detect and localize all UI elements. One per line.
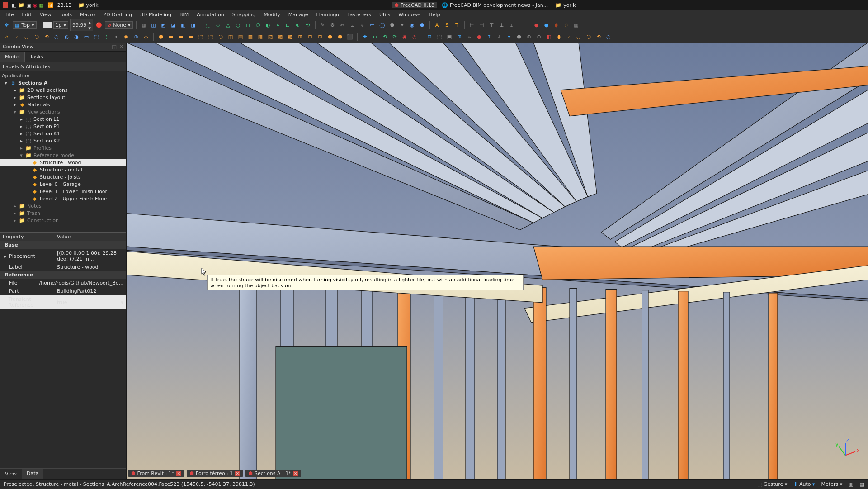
bim1-icon[interactable]: ⟋ [13, 33, 21, 41]
taskbar-window-freecad[interactable]: ⬢FreeCAD 0.18 [392, 2, 437, 8]
bim6-icon[interactable]: ◐ [62, 33, 71, 41]
mod17-icon[interactable]: ⬡ [585, 33, 593, 41]
mod2-icon[interactable]: ⬚ [435, 33, 443, 41]
bim12-icon[interactable]: ◉ [122, 33, 130, 41]
desktop-icon[interactable]: 📁 [18, 2, 24, 8]
menu-fasteners[interactable]: Fasteners [344, 11, 375, 19]
doc-tab-3[interactable]: ⬢Sections A : 1*✕ [245, 470, 301, 477]
tool2-icon[interactable]: ⚙ [329, 21, 337, 29]
tree-item[interactable]: ▸◆Materials [0, 101, 126, 108]
bim13-icon[interactable]: ⊕ [132, 33, 140, 41]
taskbar-user[interactable]: 📁yorik [75, 0, 101, 10]
menu-annotation[interactable]: Annotation [193, 11, 227, 19]
bim10-icon[interactable]: ⊹ [102, 33, 110, 41]
home-icon[interactable]: ⌂ [3, 33, 11, 41]
tree-item[interactable]: ◆Level 1 - Lower Finish Floor [0, 188, 126, 195]
mod6-icon[interactable]: ● [475, 33, 483, 41]
color2-icon[interactable]: ⬮ [552, 21, 561, 29]
expander-icon[interactable]: ▸ [19, 145, 24, 151]
expander-icon[interactable]: ▸ [13, 203, 17, 209]
sel11-icon[interactable]: ⟲ [304, 21, 312, 29]
sel1-icon[interactable]: ⬚ [204, 21, 212, 29]
text-a-icon[interactable]: S [443, 21, 451, 29]
text-t-icon[interactable]: ⊢ [468, 21, 476, 29]
3d-viewport[interactable]: x y z If True, the shape will be discard… [127, 43, 868, 479]
sel5-icon[interactable]: ◻ [244, 21, 252, 29]
bim8-icon[interactable]: ▭ [82, 33, 90, 41]
mod11-icon[interactable]: ⊕ [525, 33, 533, 41]
axo3-icon[interactable]: ◪ [170, 21, 178, 29]
tree-item[interactable]: ▸⬚Section K2 [0, 137, 126, 144]
wifi-icon[interactable]: 📶 [47, 2, 54, 8]
prop-value[interactable]: Structure - wood [54, 263, 126, 271]
expander-icon[interactable]: ▸ [13, 87, 17, 93]
sel6-icon[interactable]: ⬡ [254, 21, 262, 29]
units-dropdown[interactable]: Meters ▾ [821, 481, 843, 487]
bim3-icon[interactable]: ⬡ [33, 33, 41, 41]
tree-item[interactable]: ◆Level 2 - Upper Finish Floor [0, 195, 126, 202]
sel9-icon[interactable]: ⊞ [284, 21, 292, 29]
expander-icon[interactable]: ▸ [19, 123, 24, 129]
axo1-icon[interactable]: ◫ [150, 21, 158, 29]
browser-icon[interactable]: ◉ [33, 2, 38, 8]
prop-row[interactable]: Transient Referencetrue▾ [0, 295, 126, 309]
arch17-icon[interactable]: ⊡ [316, 33, 324, 41]
tree-item[interactable]: ▸📁Notes [0, 202, 126, 209]
menu-view[interactable]: View [36, 11, 55, 19]
tab-data[interactable]: Data [22, 469, 43, 479]
bim4-icon[interactable]: ⟲ [42, 33, 51, 41]
prop-value[interactable]: BuildingPart012 [54, 287, 126, 295]
tree-root[interactable]: Application [0, 72, 126, 79]
arch5-icon[interactable]: ⬚ [197, 33, 205, 41]
model-tree[interactable]: Application ▾🗎Sections A ▸📁2D wall secti… [0, 71, 126, 232]
arch23-icon[interactable]: ⟲ [381, 33, 389, 41]
tool8-icon[interactable]: ⬣ [388, 21, 396, 29]
dim4-icon[interactable]: ⟂ [508, 21, 516, 29]
tree-item[interactable]: ▸📁Profiles [0, 144, 126, 152]
arch9-icon[interactable]: ▤ [236, 33, 245, 41]
doc-tab-1[interactable]: ⬢From Revit : 1*✕ [128, 470, 184, 477]
mod16-icon[interactable]: ◡ [575, 33, 583, 41]
tab-model[interactable]: Model [0, 52, 25, 62]
tree-item[interactable]: ▸⬚Section P1 [0, 123, 126, 130]
arch22-icon[interactable]: ↔ [371, 33, 379, 41]
tree-item[interactable]: ▸📁Trash [0, 209, 126, 217]
app-menu-icon[interactable]: ◧ [12, 2, 16, 8]
prop-row[interactable]: ▸Placement[(0.00 0.00 1.00); 29.28 deg; … [0, 249, 126, 263]
mod13-icon[interactable]: ◧ [545, 33, 553, 41]
sel3-icon[interactable]: △ [224, 21, 232, 29]
mod12-icon[interactable]: ⊖ [535, 33, 543, 41]
circle1-icon[interactable]: ⬯ [562, 21, 571, 29]
bim14-icon[interactable]: ◇ [142, 33, 150, 41]
arch15-icon[interactable]: ⊞ [296, 33, 304, 41]
prop-value[interactable]: /home/regis/Github/Newport_Be... [37, 279, 127, 287]
expander-icon[interactable]: ▸ [19, 116, 24, 122]
arch24-icon[interactable]: ⟳ [391, 33, 399, 41]
expander-icon[interactable]: ▸ [13, 210, 17, 216]
bim2-icon[interactable]: ◡ [23, 33, 31, 41]
status-icon-2[interactable]: ▤ [860, 481, 864, 487]
mod10-icon[interactable]: ⬣ [515, 33, 523, 41]
menu-help[interactable]: Help [425, 11, 443, 19]
expander-icon[interactable]: ▾ [19, 152, 24, 158]
mod15-icon[interactable]: ⟋ [565, 33, 573, 41]
prop-row[interactable]: LabelStructure - wood [0, 263, 126, 271]
mod9-icon[interactable]: ✦ [505, 33, 513, 41]
dim3-icon[interactable]: ⊥ [498, 21, 506, 29]
dim2-icon[interactable]: ⊤ [488, 21, 496, 29]
dropdown-icon[interactable]: ▾ [121, 299, 123, 305]
tree-item[interactable]: ◆Structure - wood [0, 159, 126, 166]
tree-item[interactable]: ▸📁2D wall sections [0, 86, 126, 94]
tree-item[interactable]: ◆Structure - metal [0, 166, 126, 173]
grid-icon[interactable]: ▦ [140, 21, 148, 29]
mod8-icon[interactable]: ↓ [495, 33, 503, 41]
close-icon[interactable]: ✕ [176, 471, 181, 476]
tool6-icon[interactable]: ▭ [368, 21, 377, 29]
tree-item[interactable]: ▸⬚Section L1 [0, 115, 126, 123]
terminal-icon[interactable]: ▣ [26, 2, 31, 8]
tree-item[interactable]: ◆Structure - joists [0, 173, 126, 180]
tree-item[interactable]: ▾📁Reference model [0, 152, 126, 159]
zoom-input[interactable]: 99.99▴▾ [70, 19, 93, 32]
mod3-icon[interactable]: ▣ [445, 33, 453, 41]
nav-style-dropdown[interactable]: ⬚ Gesture ▾ [757, 481, 787, 487]
